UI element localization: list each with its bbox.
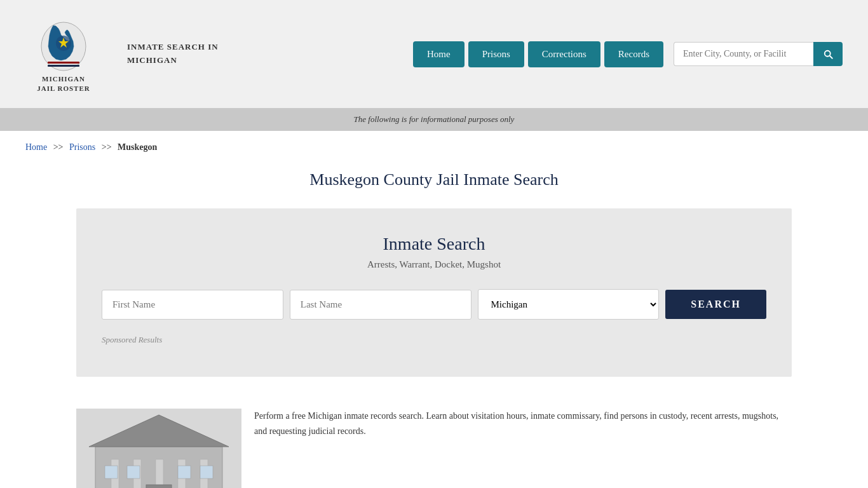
bottom-section: Perform a free Michigan inmate records s… [0, 396, 868, 488]
info-bar: The following is for informational purpo… [0, 108, 868, 131]
building-illustration [76, 409, 229, 488]
main-nav: Home Prisons Corrections Records [413, 41, 843, 67]
search-fields: Michigan Alabama Alaska Arizona Californ… [102, 289, 766, 320]
search-icon [822, 48, 834, 60]
nav-records[interactable]: Records [604, 41, 663, 67]
search-card-title: Inmate Search [102, 234, 766, 254]
inmate-search-card: Inmate Search Arrests, Warrant, Docket, … [76, 208, 792, 377]
search-card-subtitle: Arrests, Warrant, Docket, Mugshot [102, 259, 766, 270]
breadcrumb-sep1: >> [53, 142, 64, 152]
svg-rect-4 [48, 65, 79, 67]
svg-rect-17 [178, 466, 191, 478]
breadcrumb-current: Muskegon [118, 142, 157, 152]
svg-rect-15 [105, 466, 118, 478]
svg-rect-18 [200, 466, 213, 478]
search-main-button[interactable]: SEARCH [665, 290, 766, 319]
page-title: Muskegon County Jail Inmate Search [25, 170, 843, 189]
logo-area: MICHIGAN JAIL ROSTER [25, 15, 102, 94]
breadcrumb-prisons[interactable]: Prisons [69, 142, 95, 152]
header-search-wrap [674, 42, 843, 66]
svg-rect-11 [156, 459, 163, 488]
logo-image [38, 15, 89, 72]
breadcrumb: Home >> Prisons >> Muskegon [0, 131, 868, 164]
breadcrumb-sep2: >> [102, 142, 112, 152]
svg-rect-3 [48, 62, 79, 64]
breadcrumb-home[interactable]: Home [25, 142, 47, 152]
svg-rect-16 [127, 466, 140, 478]
header-search-input[interactable] [674, 42, 813, 66]
logo-text: MICHIGAN JAIL ROSTER [37, 74, 90, 94]
svg-rect-14 [146, 485, 172, 488]
bottom-description: Perform a free Michigan inmate records s… [254, 409, 792, 439]
last-name-input[interactable] [290, 290, 471, 320]
header-search-button[interactable] [813, 42, 843, 66]
nav-prisons[interactable]: Prisons [468, 41, 524, 67]
site-title: INMATE SEARCH IN MICHIGAN [127, 41, 219, 67]
site-header: MICHIGAN JAIL ROSTER INMATE SEARCH IN MI… [0, 0, 868, 108]
nav-home[interactable]: Home [413, 41, 465, 67]
sponsored-results-label: Sponsored Results [102, 335, 766, 345]
first-name-input[interactable] [102, 290, 283, 320]
state-select[interactable]: Michigan Alabama Alaska Arizona Californ… [478, 289, 660, 320]
nav-corrections[interactable]: Corrections [528, 41, 600, 67]
